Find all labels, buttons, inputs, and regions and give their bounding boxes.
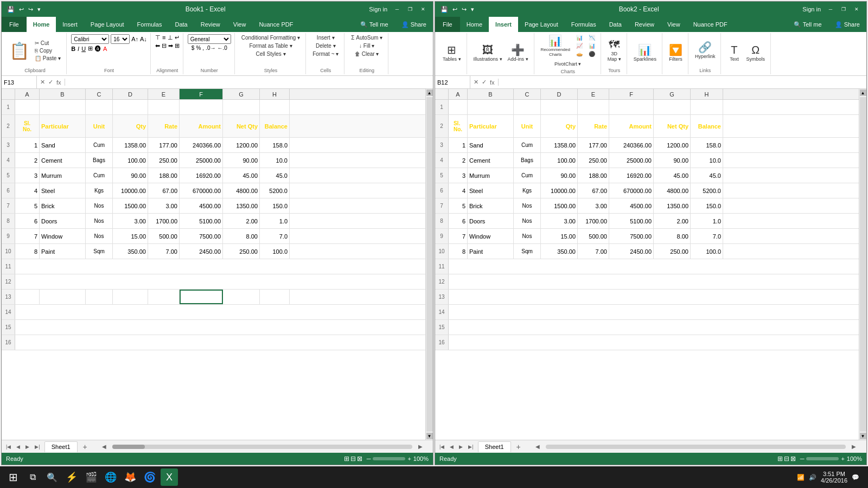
cell-C2-left[interactable]: Unit (86, 115, 113, 137)
zoom-in-right[interactable]: + (841, 455, 844, 462)
sheet-tab-left[interactable]: Sheet1 (44, 441, 78, 452)
hyperlink-btn-right[interactable]: 🔗 Hyperlink (693, 41, 718, 60)
tell-me-left[interactable]: 🔍 Tell me (354, 17, 395, 32)
increase-font-left[interactable]: A↑ (131, 36, 138, 42)
bold-btn-left[interactable]: B (71, 46, 75, 52)
cell-styles-btn-left[interactable]: Cell Styles ▾ (254, 50, 288, 57)
dec-inc-left[interactable]: .0→ (206, 45, 215, 51)
close-btn-right[interactable]: ✕ (851, 5, 862, 13)
col-B-left[interactable]: B (40, 89, 86, 99)
normal-view-btn-right[interactable]: ⊞ (777, 455, 783, 463)
sheet-nav-last-left[interactable]: ▶| (33, 443, 42, 451)
text-btn-right[interactable]: T Text (725, 43, 743, 63)
pivot-chart-btn-right[interactable]: PivotChart ▾ (552, 59, 584, 68)
col-F-left[interactable]: F (180, 89, 223, 99)
task-view-btn[interactable]: ⧉ (24, 468, 41, 486)
sheet-nav-first-left[interactable]: |◀ (4, 443, 13, 451)
3d-map-btn-right[interactable]: 🗺 3DMap ▾ (605, 38, 623, 63)
redo-icon-right[interactable]: ↪ (461, 5, 468, 14)
cell-G1-left[interactable] (223, 100, 260, 114)
col-C-right[interactable]: C (514, 89, 541, 99)
wrap-text-left[interactable]: ↵ (175, 34, 180, 41)
share-left[interactable]: 👤 Share (395, 17, 433, 32)
sheet-nav-next-left[interactable]: ▶ (23, 443, 31, 451)
filters-btn-right[interactable]: 🔽 Filters (667, 43, 685, 63)
tab-formulas-right[interactable]: Formulas (565, 17, 603, 32)
tell-me-right[interactable]: 🔍 Tell me (787, 17, 828, 32)
cell-C1-left[interactable] (86, 100, 113, 114)
tab-formulas-left[interactable]: Formulas (131, 17, 169, 32)
merge-left[interactable]: ⊞ (175, 42, 180, 49)
selected-cell-F13-left[interactable] (180, 290, 223, 304)
left-align-left[interactable]: ⬅ (155, 42, 160, 49)
redo-icon[interactable]: ↪ (27, 5, 34, 14)
sign-in-right[interactable]: Sign in (802, 6, 821, 12)
page-layout-btn-left[interactable]: ⊟ (350, 455, 356, 463)
sum-btn-left[interactable]: Σ AutoSum ▾ (349, 34, 385, 41)
scrollbar-left[interactable]: ▲ ▼ (425, 89, 433, 440)
undo-icon-right[interactable]: ↩ (451, 5, 458, 14)
fill-btn-left[interactable]: ↓ Fill ▾ (357, 42, 376, 49)
close-btn-left[interactable]: ✕ (418, 5, 429, 13)
customize-qa-icon-right[interactable]: ▾ (470, 5, 475, 14)
dec-dec-left[interactable]: ←.0 (217, 45, 227, 51)
col-D-left[interactable]: D (113, 89, 148, 99)
cell-D1-left[interactable] (113, 100, 148, 114)
tab-data-right[interactable]: Data (603, 17, 628, 32)
sheet-nav-prev-left[interactable]: ◀ (14, 443, 22, 451)
fill-color-btn-left[interactable]: 🅐 (95, 46, 101, 52)
percent-btn-left[interactable]: % (196, 45, 201, 51)
formula-input-left[interactable] (65, 76, 433, 88)
format-btn-left[interactable]: Format ~ ▾ (310, 50, 341, 57)
insert-btn-left[interactable]: Insert ▾ (315, 34, 337, 41)
pie-chart-btn-right[interactable]: 🥧 (574, 50, 585, 57)
italic-btn-left[interactable]: I (78, 46, 79, 52)
sheet-nav-prev-right[interactable]: ◀ (448, 443, 456, 451)
cell-ref-right[interactable]: B12 (435, 76, 470, 88)
cancel-formula-right[interactable]: ✕ (473, 79, 480, 86)
col-H-right[interactable]: H (691, 89, 723, 99)
minimize-btn-right[interactable]: ─ (825, 5, 836, 13)
col-C-left[interactable]: C (86, 89, 113, 99)
restore-btn-right[interactable]: ❐ (838, 5, 849, 13)
save-icon[interactable]: 💾 (6, 5, 16, 14)
page-layout-btn-right[interactable]: ⊟ (784, 455, 789, 463)
cell-E2-left[interactable]: Rate (148, 115, 180, 137)
customize-qa-icon[interactable]: ▾ (36, 5, 42, 14)
add-sheet-right[interactable]: + (512, 442, 525, 451)
mid-align-left[interactable]: ≡ (162, 34, 165, 41)
zoom-track-left[interactable] (373, 457, 405, 460)
col-chart-btn-right[interactable]: 📊 (574, 34, 585, 41)
clear-btn-left[interactable]: 🗑 Clear ▾ (353, 50, 381, 57)
cell-G2-left[interactable]: Net Qty (223, 115, 260, 137)
tab-view-right[interactable]: View (661, 17, 687, 32)
cortana-btn[interactable]: 🔍 (43, 468, 61, 486)
cell-E1-left[interactable] (148, 100, 180, 114)
line-chart-btn-right[interactable]: 📈 (574, 42, 585, 49)
cell-F1-left[interactable] (180, 100, 223, 114)
cut-btn-left[interactable]: ✂ Cut (33, 40, 63, 47)
tab-insert-left[interactable]: Insert (56, 17, 84, 32)
bot-align-left[interactable]: ⊥ (168, 34, 173, 41)
number-format-left[interactable]: General (188, 34, 231, 44)
confirm-formula-right[interactable]: ✓ (481, 79, 488, 86)
zoom-track-right[interactable] (806, 457, 839, 460)
start-btn[interactable]: ⊞ (4, 468, 22, 486)
tab-file-right[interactable]: File (435, 17, 460, 32)
insert-function-left[interactable]: fx (55, 79, 62, 86)
tables-btn-right[interactable]: ⊞ Tables ▾ (441, 43, 463, 63)
col-D-right[interactable]: D (541, 89, 578, 99)
zoom-out-right[interactable]: ─ (800, 455, 805, 462)
conditional-formatting-btn-left[interactable]: Conditional Formatting ▾ (239, 34, 302, 41)
cell-A1-left[interactable] (15, 100, 40, 114)
scatter-chart-btn-right[interactable]: ⚫ (586, 50, 597, 57)
area-chart-btn-right[interactable]: 📊 (586, 42, 597, 49)
right-align-left[interactable]: ➡ (168, 42, 173, 49)
normal-view-btn-left[interactable]: ⊞ (344, 455, 349, 463)
font-family-left[interactable]: Calibri (71, 34, 109, 44)
sheet-tab-right[interactable]: Sheet1 (478, 441, 511, 452)
col-A-left[interactable]: A (15, 89, 40, 99)
taskbar-app-2[interactable]: 🎬 (82, 468, 100, 486)
col-E-right[interactable]: E (578, 89, 609, 99)
tab-nuance-right[interactable]: Nuance PDF (687, 17, 734, 32)
